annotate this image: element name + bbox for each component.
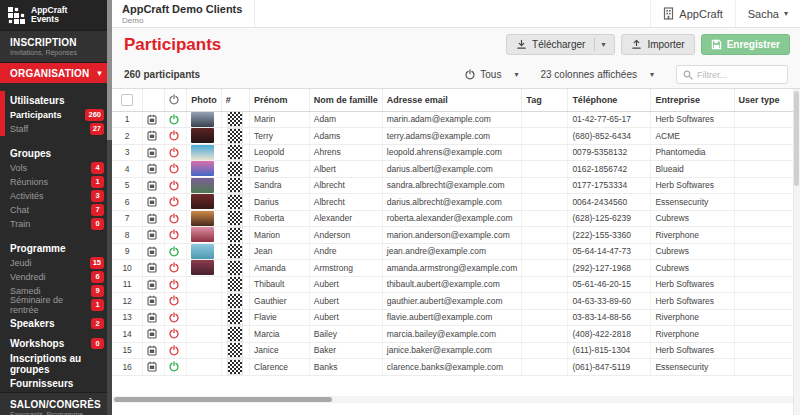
sidebar-item-jeudi[interactable]: Jeudi15 [0, 256, 112, 270]
column-header-adresse-email[interactable]: Adresse email [382, 89, 522, 111]
client-switcher[interactable]: AppCraft Demo Clients Demo [112, 0, 255, 27]
cell-phone: 0177-1753334 [568, 177, 651, 194]
table-row[interactable]: 16ClarenceBanksclarence.banks@example.co… [112, 359, 800, 376]
calendar-icon[interactable] [147, 246, 157, 257]
calendar-icon[interactable] [147, 163, 157, 174]
power-icon[interactable] [169, 130, 179, 141]
column-header-user-type[interactable]: User type [734, 89, 800, 111]
save-button[interactable]: Enregistrer [701, 34, 790, 55]
table-row[interactable]: 9JeanAndrejean.andre@example.com05-64-14… [112, 243, 800, 260]
column-header-tag[interactable]: Tag [522, 89, 568, 111]
calendar-icon[interactable] [147, 130, 157, 141]
horizontal-scrollbar-thumb[interactable] [114, 397, 332, 402]
calendar-icon[interactable] [147, 114, 157, 125]
power-icon[interactable] [169, 312, 179, 323]
calendar-column[interactable] [143, 89, 164, 111]
power-icon[interactable] [169, 262, 179, 273]
calendar-icon[interactable] [147, 345, 157, 356]
sidebar-item-groupes[interactable]: Groupes [0, 144, 112, 161]
calendar-icon[interactable] [147, 147, 157, 158]
power-icon[interactable] [169, 361, 179, 372]
table-row[interactable]: 14MarciaBaileymarcia.bailey@example.com(… [112, 326, 800, 343]
sidebar-item-seminaire-de-rentree[interactable]: Séminaire de rentrée1 [0, 298, 112, 312]
sidebar-item-utilisateurs[interactable]: Utilisateurs [0, 91, 112, 108]
sidebar-item-workshops[interactable]: Workshops0 [0, 335, 112, 352]
calendar-icon[interactable] [147, 295, 157, 306]
horizontal-scrollbar[interactable] [112, 396, 793, 403]
table-row[interactable]: 5SandraAlbrechtsandra.albrecht@example.c… [112, 177, 800, 194]
power-icon[interactable] [169, 196, 179, 207]
status-filter-dropdown[interactable]: Tous ▾ [465, 69, 518, 80]
sidebar-item-staff[interactable]: Staff27 [0, 122, 112, 136]
sidebar-item-train[interactable]: Train0 [0, 217, 112, 231]
sidebar-item-programme[interactable]: Programme [0, 239, 112, 256]
org-menu[interactable]: AppCraft [650, 0, 734, 27]
import-button[interactable]: Importer [621, 34, 694, 55]
column-header-prenom[interactable]: Prénom [250, 89, 310, 111]
sidebar-item-inscriptions-au-groupes[interactable]: Inscriptions au groupes [0, 355, 112, 372]
table-row[interactable]: 1MarinAdammarin.adam@example.com01-42-77… [112, 111, 800, 128]
sidebar-item-fournisseurs[interactable]: Fournisseurs [0, 375, 112, 392]
power-icon[interactable] [169, 213, 179, 224]
column-header-telephone[interactable]: Téléphone [568, 89, 651, 111]
table-row[interactable]: 4DariusAlbertdarius.albert@example.com01… [112, 161, 800, 178]
table-row[interactable]: 6DariusAlbrechtdarius.albrecht@example.c… [112, 194, 800, 211]
sidebar-item-reunions[interactable]: Réunions1 [0, 175, 112, 189]
select-all-column[interactable] [112, 89, 143, 111]
calendar-icon[interactable] [147, 196, 157, 207]
sidebar-item-vendredi[interactable]: Vendredi6 [0, 270, 112, 284]
table-row[interactable]: 11ThibaultAubertthibault.aubert@example.… [112, 276, 800, 293]
power-icon[interactable] [169, 246, 179, 257]
sidebar-item-activites[interactable]: Activités3 [0, 189, 112, 203]
calendar-icon[interactable] [147, 180, 157, 191]
download-button[interactable]: Télécharger ▾ [506, 34, 615, 55]
power-icon[interactable] [169, 163, 179, 174]
calendar-icon[interactable] [147, 361, 157, 372]
power-icon[interactable] [169, 229, 179, 240]
sidebar-item-vols[interactable]: Vols4 [0, 161, 112, 175]
table-row[interactable]: 7RobertaAlexanderroberta.alexander@examp… [112, 210, 800, 227]
filter-search-box[interactable] [676, 65, 788, 84]
sidebar-accordion-organisation[interactable]: ORGANISATION▾ [0, 63, 112, 83]
calendar-icon[interactable] [147, 279, 157, 290]
sidebar-section-inscription[interactable]: INSCRIPTIONInvitations, Réponses [0, 30, 112, 63]
table-row[interactable]: 8MarionAndersonmarion.anderson@example.c… [112, 227, 800, 244]
user-menu[interactable]: Sacha ▾ [735, 0, 800, 27]
power-icon[interactable] [169, 295, 179, 306]
power-icon[interactable] [169, 114, 179, 125]
power-icon[interactable] [169, 345, 179, 356]
row-photo-cell [187, 342, 222, 359]
table-row[interactable]: 15JaniceBakerjanice.baker@example.com(61… [112, 342, 800, 359]
vertical-scrollbar[interactable] [793, 89, 800, 415]
table-row[interactable]: 13FlavieAubertflavie.aubert@example.com0… [112, 309, 800, 326]
power-icon[interactable] [169, 180, 179, 191]
sidebar-section-salon-congres[interactable]: SALON/CONGRÈSExposants, Programme, POI..… [0, 392, 112, 415]
table-row[interactable]: 10AmandaArmstrongamanda.armstrong@exampl… [112, 260, 800, 277]
table-row[interactable]: 3LeopoldAhrensleopold.ahrens@example.com… [112, 144, 800, 161]
cell-user-type [734, 260, 800, 277]
appcraft-logo[interactable]: AppCraft Events [0, 0, 112, 30]
calendar-icon[interactable] [147, 229, 157, 240]
sidebar-item-speakers[interactable]: Speakers2 [0, 315, 112, 332]
power-icon[interactable] [169, 279, 179, 290]
filter-input[interactable] [697, 70, 777, 80]
columns-dropdown[interactable]: 23 colonnes affichées ▾ [540, 69, 654, 80]
vertical-scrollbar-thumb[interactable] [794, 91, 799, 186]
calendar-icon[interactable] [147, 328, 157, 339]
accordion-label: ORGANISATION [10, 68, 89, 79]
column-header-[interactable]: # [221, 89, 249, 111]
calendar-icon[interactable] [147, 262, 157, 273]
select-all-checkbox[interactable] [121, 94, 133, 106]
sidebar-item-chat[interactable]: Chat7 [0, 203, 112, 217]
calendar-icon[interactable] [147, 312, 157, 323]
status-column[interactable] [164, 89, 187, 111]
sidebar-item-participants[interactable]: Participants260 [0, 108, 112, 122]
table-row[interactable]: 2TerryAdamsterry.adams@example.com(680)-… [112, 128, 800, 145]
power-icon[interactable] [169, 147, 179, 158]
column-header-photo[interactable]: Photo [187, 89, 222, 111]
column-header-entreprise[interactable]: Entreprise [651, 89, 734, 111]
power-icon[interactable] [169, 328, 179, 339]
table-row[interactable]: 12GauthierAubertgauthier.aubert@example.… [112, 293, 800, 310]
calendar-icon[interactable] [147, 213, 157, 224]
column-header-nom-de-famille[interactable]: Nom de famille [309, 89, 382, 111]
